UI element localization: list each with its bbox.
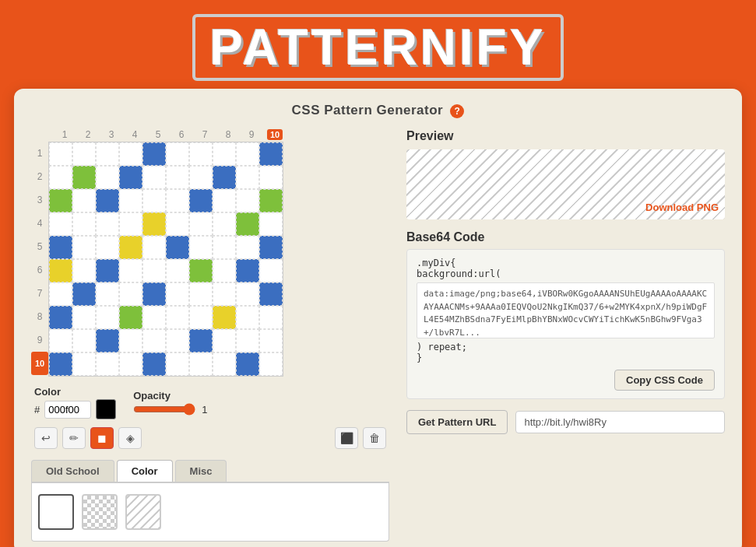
pixel-cell[interactable] [96,352,119,376]
pixel-cell[interactable] [49,259,72,282]
pixel-cell[interactable] [259,259,283,282]
swatch-check[interactable] [82,494,118,530]
pixel-cell[interactable] [213,329,236,352]
pixel-cell[interactable] [166,282,189,306]
swatch-solid[interactable] [38,494,74,530]
pixel-cell[interactable] [236,142,259,166]
pixel-cell[interactable] [96,282,119,306]
pixel-cell[interactable] [189,329,213,352]
pixel-cell[interactable] [72,142,96,166]
pixel-cell[interactable] [119,259,142,282]
pixel-cell[interactable] [213,212,236,236]
pixel-cell[interactable] [213,282,236,306]
get-pattern-button[interactable]: Get Pattern URL [406,410,508,434]
pixel-cell[interactable] [236,236,259,259]
pixel-cell[interactable] [96,166,119,189]
pixel-cell[interactable] [213,142,236,166]
pixel-cell[interactable] [49,189,72,212]
pixel-cell[interactable] [72,282,96,306]
pixel-cell[interactable] [236,329,259,352]
pixel-cell[interactable] [236,189,259,212]
color-swatch[interactable] [96,399,116,419]
pixel-cell[interactable] [72,166,96,189]
pixel-cell[interactable] [259,236,283,259]
pixel-cell[interactable] [96,212,119,236]
pixel-grid[interactable] [48,142,283,377]
help-icon[interactable]: ? [450,104,464,118]
pixel-cell[interactable] [236,352,259,376]
pixel-cell[interactable] [189,282,213,306]
pixel-cell[interactable] [72,306,96,329]
url-input[interactable] [515,411,725,433]
pixel-cell[interactable] [189,259,213,282]
pixel-cell[interactable] [49,236,72,259]
pixel-cell[interactable] [119,189,142,212]
pixel-cell[interactable] [119,352,142,376]
pixel-cell[interactable] [166,166,189,189]
pixel-cell[interactable] [189,212,213,236]
pixel-cell[interactable] [259,166,283,189]
download-png-button[interactable]: Download PNG [645,202,719,213]
pixel-cell[interactable] [236,282,259,306]
tab-old-school[interactable]: Old School [31,460,114,482]
pixel-cell[interactable] [213,189,236,212]
pixel-cell[interactable] [166,236,189,259]
fill-button[interactable]: ◼ [90,427,114,449]
pixel-cell[interactable] [119,142,142,166]
pixel-cell[interactable] [259,329,283,352]
pixel-cell[interactable] [119,236,142,259]
pixel-cell[interactable] [142,236,166,259]
pixel-cell[interactable] [96,236,119,259]
opacity-slider[interactable] [133,403,195,416]
pixel-cell[interactable] [236,166,259,189]
pixel-cell[interactable] [72,236,96,259]
pixel-cell[interactable] [142,329,166,352]
pixel-cell[interactable] [72,352,96,376]
pixel-cell[interactable] [142,212,166,236]
undo-button[interactable]: ↩ [34,427,58,449]
copy-css-button[interactable]: Copy CSS Code [614,370,715,391]
pixel-cell[interactable] [166,189,189,212]
pixel-cell[interactable] [142,189,166,212]
pixel-cell[interactable] [166,352,189,376]
pixel-cell[interactable] [236,212,259,236]
pixel-cell[interactable] [189,352,213,376]
swatch-diagonal[interactable] [125,494,161,530]
pixel-cell[interactable] [166,142,189,166]
trash-button[interactable]: 🗑 [363,427,386,449]
pixel-cell[interactable] [213,306,236,329]
pixel-cell[interactable] [72,212,96,236]
pixel-cell[interactable] [236,259,259,282]
pixel-cell[interactable] [142,259,166,282]
pixel-cell[interactable] [166,329,189,352]
pixel-cell[interactable] [72,329,96,352]
pixel-cell[interactable] [119,282,142,306]
pixel-cell[interactable] [259,142,283,166]
tab-color[interactable]: Color [117,460,173,482]
pixel-cell[interactable] [213,352,236,376]
pixel-cell[interactable] [142,282,166,306]
pixel-cell[interactable] [49,212,72,236]
pixel-cell[interactable] [166,306,189,329]
pixel-cell[interactable] [96,189,119,212]
pixel-cell[interactable] [96,329,119,352]
pixel-cell[interactable] [166,212,189,236]
pixel-cell[interactable] [49,166,72,189]
pixel-cell[interactable] [142,142,166,166]
pixel-cell[interactable] [119,329,142,352]
pixel-cell[interactable] [259,352,283,376]
pixel-cell[interactable] [49,306,72,329]
pixel-cell[interactable] [259,282,283,306]
pixel-cell[interactable] [142,306,166,329]
pixel-cell[interactable] [213,259,236,282]
pixel-cell[interactable] [259,212,283,236]
pixel-cell[interactable] [142,166,166,189]
color-text-input[interactable] [44,401,91,419]
pixel-cell[interactable] [166,259,189,282]
pixel-cell[interactable] [119,306,142,329]
pixel-cell[interactable] [142,352,166,376]
pixel-cell[interactable] [49,142,72,166]
pixel-cell[interactable] [49,329,72,352]
bucket-button[interactable]: ⬛ [335,427,358,449]
pixel-cell[interactable] [72,189,96,212]
